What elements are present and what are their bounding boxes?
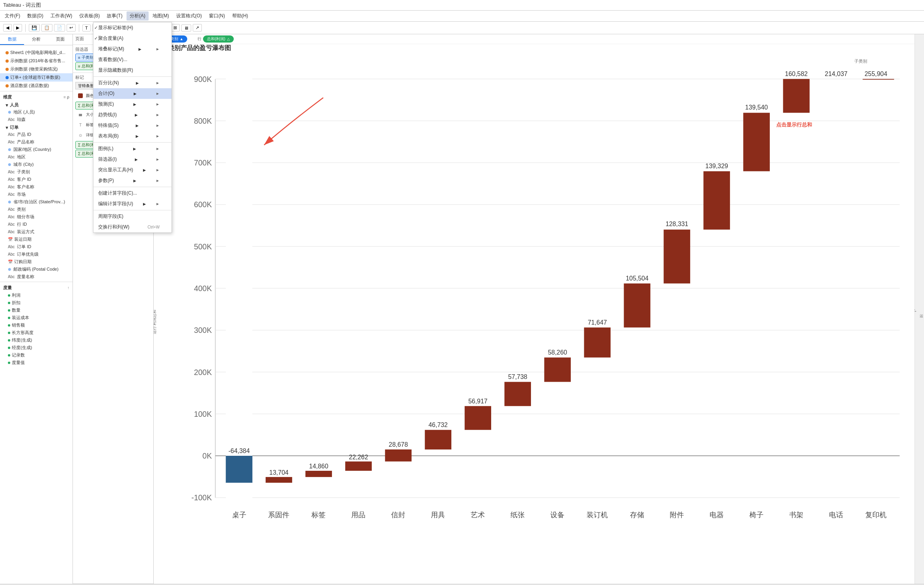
- dim-ship-date[interactable]: 📅 装运日期: [0, 236, 73, 243]
- menu-map[interactable]: 地图(M): [149, 11, 172, 20]
- datasource-4[interactable]: 订单+ (全球超市订单数据): [0, 73, 73, 82]
- dim-customer-name[interactable]: Abc 客户名称: [0, 183, 73, 191]
- datasource-5[interactable]: 酒店数据 (酒店数据): [0, 82, 73, 90]
- datasource-3[interactable]: 示例数据 (物资采购情况): [0, 65, 73, 73]
- menu-story[interactable]: 故事(T): [104, 11, 125, 20]
- toolbar-share[interactable]: ↗: [193, 24, 202, 32]
- svg-rect-46: [465, 406, 491, 430]
- measure-latitude[interactable]: 纬度(生成): [0, 336, 73, 344]
- toolbar-undo[interactable]: ↩: [67, 24, 76, 32]
- dim-postal[interactable]: ⊕ 邮政编码 (Postal Code): [0, 266, 73, 273]
- menu-show-mark-labels[interactable]: 显示标记标签(H): [93, 22, 171, 33]
- group-personnel[interactable]: ▼ 人员: [0, 101, 73, 108]
- dim-product-name[interactable]: Abc 产品名称: [0, 138, 73, 146]
- dim-region-person[interactable]: ⊕ 地区 (人员): [0, 108, 73, 116]
- menu-special-value[interactable]: 特殊值(S) ►: [93, 120, 171, 131]
- dim-measure-name[interactable]: Abc 度量名称: [0, 273, 73, 280]
- toolbar-copy[interactable]: 📋: [41, 24, 52, 32]
- dim-order-date[interactable]: 📅 订购日期: [0, 258, 73, 266]
- menu-stack-marks[interactable]: 堆叠标记(M) ►: [93, 44, 171, 54]
- menu-swap[interactable]: 交换行和列(W) Ctrl+W: [93, 222, 171, 232]
- datasource-1[interactable]: Sheet1 (中国电影网电影_d...: [0, 48, 73, 57]
- svg-text:100K: 100K: [194, 410, 212, 418]
- menu-filter[interactable]: 筛选器(I) ►: [93, 154, 171, 165]
- datasource-2[interactable]: 示例数据 (2014年各省市售...: [0, 57, 73, 65]
- menu-dashboard[interactable]: 仪表板(B): [76, 11, 103, 20]
- measure-profit[interactable]: 利润: [0, 292, 73, 299]
- chart-subtitle: 子类别: [854, 58, 867, 64]
- dim-order-id[interactable]: Abc 订单 ID: [0, 243, 73, 251]
- dim-state[interactable]: ⊕ 省/市/自治区 (State/Prov...): [0, 198, 73, 206]
- dim-city[interactable]: ⊕ 城市 (City): [0, 161, 73, 168]
- menu-show-hidden[interactable]: 显示隐藏数据(R): [93, 65, 171, 76]
- toolbar-paste[interactable]: 📄: [54, 24, 65, 32]
- menu-analysis[interactable]: 分析(A): [127, 11, 149, 20]
- svg-rect-49: [505, 382, 531, 406]
- dimensions-header: 维度 ≡ ρ: [0, 93, 73, 101]
- svg-text:复印机: 复印机: [865, 511, 887, 519]
- menu-window[interactable]: 窗口(N): [206, 11, 228, 20]
- menu-view-data[interactable]: 查看数据(V)...: [93, 54, 171, 65]
- dim-market[interactable]: Abc 市场: [0, 191, 73, 198]
- menu-percentage[interactable]: 百分比(N) ►: [93, 78, 171, 88]
- menu-trend-line[interactable]: 趋势线(I) ►: [93, 110, 171, 120]
- toolbar-back[interactable]: ◀: [3, 24, 12, 32]
- dim-product-id[interactable]: Abc 产品 ID: [0, 131, 73, 138]
- measure-record-count[interactable]: 记录数: [0, 351, 73, 359]
- dim-category[interactable]: Abc 类别: [0, 206, 73, 213]
- menu-highlighter[interactable]: 突出显示工具(H) ►: [93, 165, 171, 175]
- dim-segment[interactable]: Abc 细分市场: [0, 213, 73, 221]
- sep-1: [93, 76, 171, 77]
- measure-value[interactable]: 度量值: [0, 359, 73, 366]
- measure-sales[interactable]: 销售额: [0, 321, 73, 329]
- toolbar-text[interactable]: T: [82, 24, 91, 32]
- svg-rect-34: [306, 471, 332, 477]
- tab-data[interactable]: 数据: [0, 34, 24, 45]
- dim-country[interactable]: ⊕ 国家/地区 (Country): [0, 146, 73, 153]
- dim-row-id[interactable]: Abc 行 ID: [0, 221, 73, 228]
- dim-region[interactable]: Abc 地区: [0, 153, 73, 161]
- dim-customer-id[interactable]: Abc 客户 ID: [0, 176, 73, 183]
- chart-container: 运行 利润总和 子类别 900K 800K 700K 600K: [154, 54, 915, 584]
- dim-ship-mode[interactable]: Abc 装运方式: [0, 228, 73, 236]
- toolbar-save[interactable]: 💾: [29, 24, 40, 32]
- menu-aggregate[interactable]: 聚合度量(A): [93, 33, 171, 44]
- tab-analysis[interactable]: 分析: [24, 34, 48, 45]
- measure-longitude[interactable]: 经度(生成): [0, 344, 73, 351]
- menu-legend[interactable]: 图例(L) ►: [93, 143, 171, 154]
- menu-cycle-field[interactable]: 周期字段(E): [93, 211, 171, 222]
- svg-text:电话: 电话: [829, 511, 843, 519]
- ds-dot-4: [6, 76, 9, 79]
- menu-create-calc[interactable]: 创建计算字段(C)...: [93, 188, 171, 199]
- measure-rect-height[interactable]: 长方形高度: [0, 329, 73, 336]
- menu-totals[interactable]: 合计(O) ►: [93, 88, 171, 99]
- measure-discount[interactable]: 折扣: [0, 299, 73, 306]
- toolbar-grid[interactable]: ⊞: [171, 24, 180, 32]
- menu-edit-calc[interactable]: 编辑计算字段(U) ►: [93, 199, 171, 209]
- group-order[interactable]: ▼ 订单: [0, 123, 73, 131]
- menu-format[interactable]: 设置格式(O): [173, 11, 205, 20]
- dim-person[interactable]: Abc 珀森: [0, 116, 73, 123]
- chart-title: 子类别产品的盈亏瀑布图: [154, 44, 915, 52]
- row-pill[interactable]: 总和(利润) △: [203, 35, 234, 43]
- menu-forecast[interactable]: 预测(E) ►: [93, 99, 171, 110]
- measure-shipping[interactable]: 装运成本: [0, 314, 73, 321]
- data-sources-header: [0, 45, 73, 48]
- measure-quantity[interactable]: 数量: [0, 306, 73, 314]
- menu-help[interactable]: 帮助(H): [229, 11, 251, 20]
- menu-table-layout[interactable]: 表布局(B) ►: [93, 131, 171, 141]
- dim-order-priority[interactable]: Abc 订单优先级: [0, 251, 73, 258]
- svg-rect-40: [385, 449, 412, 461]
- svg-text:800K: 800K: [194, 117, 212, 125]
- menu-file[interactable]: 文件(F): [2, 11, 23, 20]
- svg-text:设备: 设备: [550, 511, 564, 519]
- y-axis-label: 运行 利润总和: [154, 310, 157, 334]
- menu-data[interactable]: 数据(D): [24, 11, 47, 20]
- toolbar-desktop[interactable]: 🖥: [181, 24, 191, 32]
- tab-page[interactable]: 页面: [48, 34, 73, 45]
- toolbar-forward[interactable]: ▶: [13, 24, 22, 32]
- svg-text:139,329: 139,329: [705, 163, 728, 169]
- menu-parameter[interactable]: 参数(P) ►: [93, 175, 171, 186]
- dim-subcategory[interactable]: Abc 子类别: [0, 168, 73, 176]
- menu-worksheet[interactable]: 工作表(W): [47, 11, 75, 20]
